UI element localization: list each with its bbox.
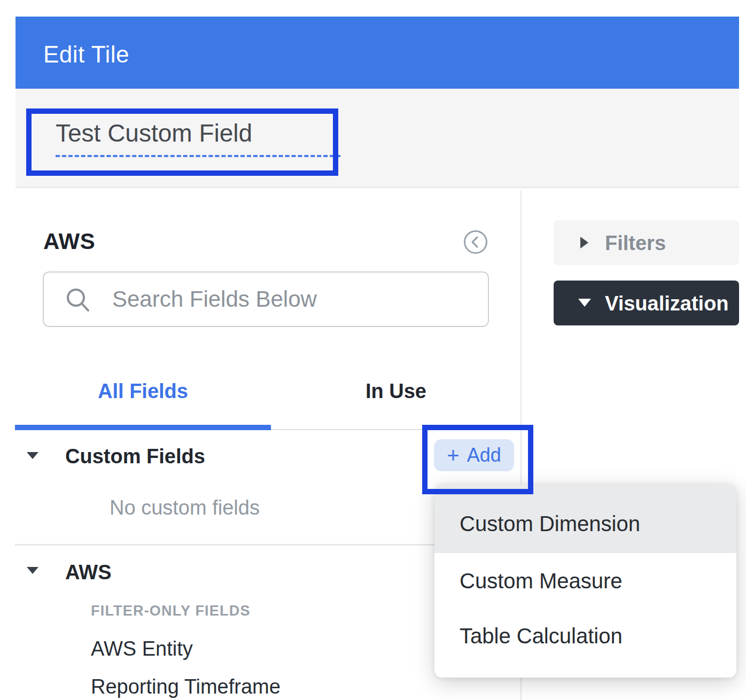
dialog-title: Edit Tile: [43, 41, 129, 68]
field-item-aws-entity[interactable]: AWS Entity: [91, 637, 193, 660]
visualization-label: Visualization: [605, 292, 729, 315]
add-button-label: Add: [467, 446, 501, 465]
field-item-reporting-timeframe[interactable]: Reporting Timeframe: [91, 675, 281, 698]
edit-tile-dialog: Edit Tile AWS All Fields In Use Custom F: [0, 0, 746, 700]
filter-only-fields-label: FILTER-ONLY FIELDS: [91, 603, 251, 619]
chevron-left-circle-icon: [463, 247, 488, 256]
caret-down-icon: [27, 452, 38, 459]
menu-item-custom-dimension[interactable]: Custom Dimension: [460, 512, 640, 536]
tab-all-fields[interactable]: All Fields: [15, 377, 271, 405]
plus-icon: +: [447, 445, 459, 466]
aws-group-label[interactable]: AWS: [65, 561, 112, 584]
active-tab-indicator: [15, 425, 271, 430]
add-custom-field-button[interactable]: + Add: [434, 439, 514, 471]
tile-title-section: [15, 89, 739, 188]
filters-label: Filters: [605, 232, 666, 255]
custom-fields-group-label[interactable]: Custom Fields: [65, 445, 205, 468]
explore-name: AWS: [43, 229, 95, 254]
triangle-down-icon: [578, 299, 591, 307]
aws-group-collapse-caret[interactable]: [27, 567, 38, 574]
no-custom-fields-note: No custom fields: [110, 496, 260, 519]
dialog-header: Edit Tile: [15, 17, 739, 89]
custom-fields-collapse-caret[interactable]: [27, 452, 38, 459]
menu-item-table-calculation[interactable]: Table Calculation: [460, 624, 623, 648]
caret-down-icon: [27, 567, 38, 574]
filters-section-toggle[interactable]: Filters: [554, 220, 739, 265]
triangle-right-icon: [580, 237, 588, 248]
tile-title-input[interactable]: [56, 119, 340, 157]
menu-item-custom-measure[interactable]: Custom Measure: [460, 569, 623, 593]
collapse-panel-button[interactable]: [463, 230, 488, 254]
search-box: [43, 271, 489, 327]
search-input[interactable]: [111, 277, 464, 322]
add-field-menu: Custom Dimension Custom Measure Table Ca…: [434, 484, 736, 678]
visualization-section-toggle[interactable]: Visualization: [554, 281, 739, 325]
tab-in-use[interactable]: In Use: [271, 377, 521, 405]
